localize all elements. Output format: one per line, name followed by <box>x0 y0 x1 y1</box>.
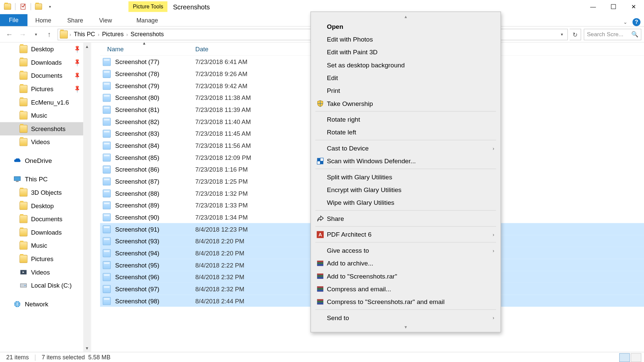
file-name: Screenshot (80) <box>115 94 159 101</box>
image-file-icon <box>103 189 111 197</box>
menu-item[interactable]: Split with Glary Utilities <box>311 170 500 183</box>
menu-item[interactable]: Scan with Windows Defender... <box>311 155 500 167</box>
breadcrumb[interactable]: Pictures <box>99 31 126 38</box>
menu-item[interactable]: Set as desktop background <box>311 58 500 71</box>
menu-item[interactable]: APDF Architect 6› <box>311 228 500 241</box>
menu-separator <box>315 242 496 242</box>
help-button[interactable]: ? <box>633 18 641 26</box>
menu-item[interactable]: Edit with Photos <box>311 33 500 46</box>
tab-manage[interactable]: Manage <box>128 15 166 26</box>
image-file-icon <box>103 285 111 293</box>
sidebar-item-thispc[interactable]: Pictures <box>0 252 83 266</box>
sidebar-item-onedrive[interactable]: OneDrive <box>0 154 83 168</box>
sidebar-item-thispc[interactable]: Videos <box>0 265 83 279</box>
file-tab[interactable]: File <box>0 14 28 26</box>
sidebar-item-this-pc[interactable]: This PC <box>0 173 83 186</box>
menu-item[interactable]: Open <box>311 20 500 33</box>
file-name: Screenshot (93) <box>115 237 159 244</box>
sidebar-item-thispc[interactable]: Local Disk (C:) <box>0 279 83 292</box>
sidebar-item-quick[interactable]: Pictures📌 <box>0 82 83 96</box>
refresh-button[interactable]: ↻ <box>570 28 581 40</box>
menu-item[interactable]: Compress and email... <box>311 282 500 295</box>
image-file-icon <box>103 154 111 162</box>
sidebar-item-quick[interactable]: EcMenu_v1.6 <box>0 96 83 109</box>
new-folder-icon[interactable] <box>34 2 43 11</box>
up-button[interactable]: ↑ <box>43 28 56 41</box>
sidebar-item-label: EcMenu_v1.6 <box>31 99 69 106</box>
sidebar-item-thispc[interactable]: Desktop <box>0 199 83 213</box>
menu-item[interactable]: Add to archive... <box>311 257 500 269</box>
sidebar-item-thispc[interactable]: Documents <box>0 213 83 226</box>
close-button[interactable]: ✕ <box>624 0 644 13</box>
breadcrumb[interactable]: This PC <box>71 31 98 38</box>
menu-item[interactable]: Edit <box>311 71 500 84</box>
blank-icon <box>315 127 325 137</box>
menu-item[interactable]: Edit with Paint 3D <box>311 46 500 58</box>
file-name: Screenshot (97) <box>115 285 159 292</box>
menu-item-label: Encrypt with Glary Utilities <box>327 186 494 193</box>
forward-button[interactable]: → <box>16 28 30 41</box>
file-date: 8/4/2018 2:20 PM <box>195 249 302 256</box>
minimize-button[interactable]: — <box>583 0 603 13</box>
sidebar-item-thispc[interactable]: Downloads <box>0 226 83 239</box>
tab-view[interactable]: View <box>91 15 120 26</box>
sort-asc-icon: ▲ <box>142 41 146 45</box>
context-menu[interactable]: ▲ OpenEdit with PhotosEdit with Paint 3D… <box>311 11 501 332</box>
menu-item[interactable]: Encrypt with Glary Utilities <box>311 183 500 196</box>
menu-item[interactable]: Rotate left <box>311 126 500 138</box>
menu-separator <box>315 226 496 227</box>
expand-ribbon-icon[interactable]: ⌄ <box>623 19 627 25</box>
sidebar-item-quick[interactable]: Videos <box>0 135 83 149</box>
details-view-button[interactable] <box>619 353 630 362</box>
chevron-right-icon: › <box>493 315 494 320</box>
sidebar-item-label: Documents <box>31 72 62 79</box>
svg-rect-3 <box>16 181 19 182</box>
sidebar-item-quick[interactable]: Desktop📌 <box>0 43 83 56</box>
maximize-button[interactable] <box>603 0 624 13</box>
file-date: 7/23/2018 1:34 PM <box>195 214 302 221</box>
menu-item-label: Add to "Screenshots.rar" <box>327 273 494 280</box>
qat-dropdown-icon[interactable]: ▾ <box>45 2 55 11</box>
thumbnails-view-button[interactable] <box>631 353 641 362</box>
image-file-icon <box>103 249 111 257</box>
navigation-pane[interactable]: Desktop📌Downloads📌Documents📌Pictures📌EcM… <box>0 43 91 352</box>
file-name: Screenshot (84) <box>115 142 159 149</box>
sidebar-item-thispc[interactable]: Music <box>0 239 83 252</box>
sidebar-item-network[interactable]: Network <box>0 297 83 311</box>
sidebar-item-quick[interactable]: Documents📌 <box>0 69 83 82</box>
tab-home[interactable]: Home <box>28 15 59 26</box>
status-separator <box>35 354 35 360</box>
column-name[interactable]: Name ▲ <box>100 45 195 52</box>
menu-item[interactable]: Give access to› <box>311 244 500 257</box>
menu-item[interactable]: Share <box>311 212 500 225</box>
scroll-up-icon[interactable]: ▲ <box>83 43 91 50</box>
menu-item[interactable]: Print <box>311 84 500 97</box>
sidebar-item-quick[interactable]: Music <box>0 109 83 122</box>
recent-dropdown-icon[interactable]: ▾ <box>29 28 43 41</box>
menu-item[interactable]: Rotate right <box>311 113 500 126</box>
image-file-icon <box>103 58 111 66</box>
address-dropdown-icon[interactable]: ▾ <box>558 32 566 37</box>
scroll-up-icon[interactable]: ▲ <box>311 14 500 20</box>
search-input[interactable]: Search Scre... 🔍 <box>584 28 641 40</box>
sidebar-item-thispc[interactable]: 3D Objects <box>0 186 83 199</box>
menu-item[interactable]: Cast to Device› <box>311 142 500 155</box>
menu-item[interactable]: Send to› <box>311 311 500 324</box>
scroll-down-icon[interactable]: ▼ <box>83 344 91 352</box>
menu-item[interactable]: Take Ownership <box>311 97 500 110</box>
menu-item[interactable]: Wipe with Glary Utilities <box>311 196 500 209</box>
menu-item[interactable]: Compress to "Screenshots.rar" and email <box>311 295 500 308</box>
column-date[interactable]: Date <box>195 45 302 52</box>
image-file-icon <box>103 129 111 137</box>
menu-item[interactable]: Add to "Screenshots.rar" <box>311 269 500 282</box>
scroll-down-icon[interactable]: ▼ <box>311 324 500 330</box>
back-button[interactable]: ← <box>3 28 16 41</box>
tab-share[interactable]: Share <box>59 15 91 26</box>
file-name: Screenshot (83) <box>115 130 159 137</box>
breadcrumb[interactable]: Screenshots <box>128 31 166 38</box>
sidebar-item-quick[interactable]: Screenshots <box>0 122 83 135</box>
properties-icon[interactable] <box>18 2 28 11</box>
image-file-icon <box>103 261 111 269</box>
sidebar-item-quick[interactable]: Downloads📌 <box>0 56 83 69</box>
scrollbar[interactable]: ▲ ▼ <box>83 43 91 352</box>
